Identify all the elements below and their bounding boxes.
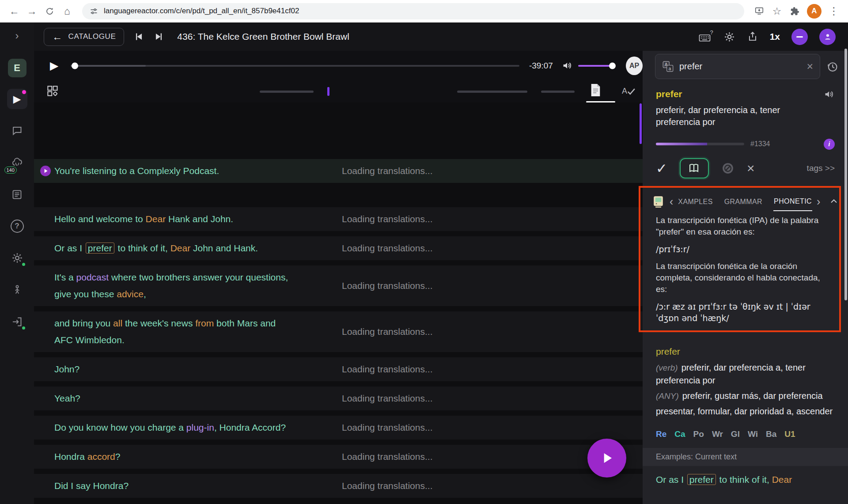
close-word-button[interactable]: × xyxy=(747,162,755,175)
word-segment[interactable]: and bring you xyxy=(54,318,113,328)
word-segment[interactable]: John? xyxy=(54,364,80,374)
subtitle-text[interactable]: Do you know how you charge a plug-in, Ho… xyxy=(54,419,319,436)
next-track-button[interactable] xyxy=(153,31,165,42)
sidebar-item-player[interactable]: ▶ xyxy=(7,89,27,109)
sidebar-item-settings[interactable] xyxy=(7,248,27,268)
sidebar-expand-chevron[interactable]: › xyxy=(15,30,19,42)
tab-grammar[interactable]: GRAMMAR xyxy=(724,192,763,211)
transcript-row[interactable]: Did I say Hondra?Loading translations... xyxy=(34,474,643,498)
account-avatar[interactable] xyxy=(819,29,836,45)
clear-search-icon[interactable]: × xyxy=(806,61,813,72)
word-segment[interactable]: Dear xyxy=(170,243,191,253)
tabs-scroll-right[interactable]: › xyxy=(817,196,820,207)
seek-thumb[interactable] xyxy=(72,62,78,69)
install-app-button[interactable] xyxy=(750,2,768,20)
transcript-row[interactable]: Do you know how you charge a plug-in, Ho… xyxy=(34,416,643,440)
subtitle-text[interactable]: and bring you all the week's news from b… xyxy=(54,315,319,349)
sidebar-item-news[interactable] xyxy=(7,184,27,205)
floating-play-button[interactable] xyxy=(587,439,626,477)
volume-slider[interactable] xyxy=(578,65,614,67)
omnibox[interactable]: languagereactor.com/c/en/pd/t_pd_all_en/… xyxy=(82,3,744,19)
word-segment[interactable]: Or as I xyxy=(54,243,85,253)
word-segment[interactable]: ? xyxy=(115,451,121,462)
info-icon[interactable]: i xyxy=(824,139,835,150)
sidebar-item-help[interactable]: ? xyxy=(7,216,27,236)
window-scrollbar[interactable] xyxy=(844,49,847,300)
transcript-row[interactable]: and bring you all the week's news from b… xyxy=(34,311,643,352)
subtitle-text[interactable]: It's a podcast where two brothers answer… xyxy=(54,269,319,303)
mark-known-button[interactable]: ✓ xyxy=(656,162,667,175)
share-button[interactable] xyxy=(747,31,758,42)
search-input[interactable] xyxy=(679,61,801,72)
word-segment[interactable]: accord xyxy=(87,451,115,462)
volume-icon[interactable] xyxy=(562,60,573,71)
word-segment[interactable]: podcast xyxy=(76,272,109,282)
source-ca[interactable]: Ca xyxy=(674,429,685,439)
transcript-row[interactable]: It's a podcast where two brothers answer… xyxy=(34,265,643,306)
back-button[interactable]: ← xyxy=(5,2,23,20)
row-play-icon[interactable] xyxy=(40,165,51,177)
source-gl[interactable]: Gl xyxy=(731,429,740,439)
word-segment[interactable]: advice xyxy=(117,289,144,299)
source-u1[interactable]: U1 xyxy=(784,429,795,439)
extensions-button[interactable] xyxy=(786,2,803,20)
app-logo[interactable]: E xyxy=(8,59,26,77)
transcript-row[interactable]: You're listening to a Complexly Podcast.… xyxy=(34,159,643,183)
tags-link[interactable]: tags >> xyxy=(807,163,835,173)
subtitle-text[interactable]: Hello and welcome to Dear Hank and John. xyxy=(54,211,319,227)
word-segment[interactable]: Or as I xyxy=(656,474,686,485)
word-segment[interactable]: John and Hank. xyxy=(190,243,258,253)
word-segment[interactable]: from xyxy=(195,318,214,328)
collapse-panel-button[interactable] xyxy=(829,196,839,207)
playback-speed[interactable]: 1x xyxy=(770,31,780,42)
tab-xamples[interactable]: XAMPLES xyxy=(678,192,713,211)
word-segment[interactable]: Dear xyxy=(772,474,792,485)
browser-menu-button[interactable]: ⋮ xyxy=(825,2,843,20)
word-speaker-button[interactable] xyxy=(824,89,835,102)
word-segment[interactable]: It's a xyxy=(54,272,76,282)
site-controls-icon[interactable] xyxy=(89,7,98,16)
word-segment[interactable]: prefer xyxy=(687,474,716,485)
sidebar-item-export[interactable] xyxy=(7,311,27,332)
word-segment[interactable]: , xyxy=(144,289,146,299)
sidebar-item-review[interactable]: 140 xyxy=(7,152,27,173)
sidebar-item-profile[interactable] xyxy=(7,280,27,300)
forward-button[interactable]: → xyxy=(23,2,41,20)
subtitle-text[interactable]: Or as I prefer to think of it, Dear John… xyxy=(54,240,319,257)
word-segment[interactable]: prefer xyxy=(86,243,114,254)
ap-button[interactable]: AP xyxy=(626,57,643,75)
ignore-word-button[interactable] xyxy=(721,162,734,175)
seek-slider[interactable] xyxy=(71,65,519,67)
tabs-scroll-left[interactable]: ‹ xyxy=(670,196,673,207)
word-segment[interactable]: Dear xyxy=(146,214,166,224)
source-wi[interactable]: Wi xyxy=(748,429,758,439)
transcript-row[interactable]: Hello and welcome to Dear Hank and John.… xyxy=(34,207,643,231)
word-segment[interactable]: Hondra xyxy=(54,451,87,462)
source-wr[interactable]: Wr xyxy=(712,429,723,439)
subtitle-text[interactable]: Yeah? xyxy=(54,390,319,407)
transcript-row[interactable]: Hondra accord?Loading translations... xyxy=(34,445,643,469)
word-segment[interactable]: Hank and John. xyxy=(166,214,233,224)
transcript-scrollbar[interactable] xyxy=(640,103,642,144)
reload-button[interactable] xyxy=(41,2,58,20)
collapse-circle-button[interactable] xyxy=(791,29,808,45)
word-segment[interactable]: Did I say Hondra? xyxy=(54,481,129,491)
search-box[interactable]: Aa × xyxy=(655,54,820,79)
prev-track-button[interactable] xyxy=(133,31,144,42)
source-re[interactable]: Re xyxy=(656,429,666,439)
word-segment[interactable]: all xyxy=(113,318,122,328)
ai-assistant-icon[interactable] xyxy=(651,195,665,208)
browser-avatar[interactable]: A xyxy=(807,4,822,19)
volume-thumb[interactable] xyxy=(609,62,616,69)
subtitle-text[interactable]: Hondra accord? xyxy=(54,448,319,465)
settings-button[interactable] xyxy=(723,31,735,43)
url-text[interactable]: languagereactor.com/c/en/pd/t_pd_all_en/… xyxy=(104,7,299,15)
search-history-icon[interactable] xyxy=(826,61,838,73)
bookmark-star-button[interactable]: ☆ xyxy=(768,2,786,20)
subtitle-text[interactable]: Did I say Hondra? xyxy=(54,477,319,494)
word-segment[interactable]: Hello and welcome to xyxy=(54,214,146,224)
catalogue-button[interactable]: ← CATALOGUE xyxy=(44,28,124,46)
transcript-view-button[interactable] xyxy=(590,83,602,99)
word-segment[interactable]: You're listening to a Complexly Podcast. xyxy=(54,166,219,176)
word-segment[interactable]: the week's news xyxy=(122,318,195,328)
